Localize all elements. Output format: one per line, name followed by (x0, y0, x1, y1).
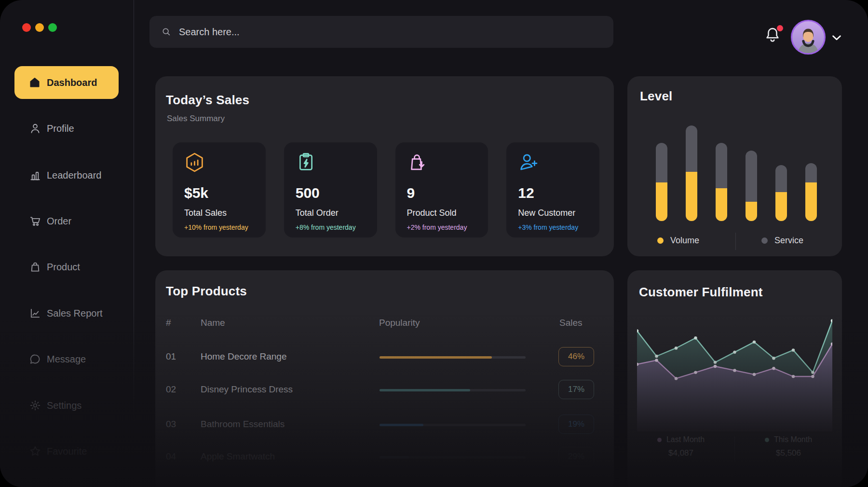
column-header-popularity: Popularity (379, 318, 420, 328)
close-button[interactable] (22, 23, 31, 32)
legend-dot (657, 438, 662, 442)
chat-icon (29, 353, 41, 365)
sales-card-title: Today’s Sales (166, 93, 249, 108)
data-point (675, 377, 678, 380)
stat-card-total-order: 500Total Order+8% from yesterday (284, 142, 377, 237)
top-products-card: Top Products # Name Popularity Sales 01H… (155, 270, 614, 487)
stat-change: +3% from yesterday (518, 223, 578, 231)
stat-label: Total Sales (184, 208, 227, 218)
sidebar-item-settings[interactable]: Settings (29, 396, 81, 415)
popularity-track (380, 456, 526, 459)
legend-label: Service (774, 236, 803, 246)
stat-label: Total Order (296, 208, 339, 218)
data-point (831, 319, 832, 322)
column-header-name: Name (201, 318, 225, 328)
level-bar-volume-fill (656, 182, 667, 221)
fulfilment-chart-wrap (637, 311, 832, 431)
stat-card-product-sold: 9Product Sold+2% from yesterday (395, 142, 488, 237)
row-number: 03 (166, 419, 176, 430)
popularity-fill (380, 424, 423, 426)
product-name: Bathroom Essentials (201, 419, 285, 430)
data-point (753, 340, 756, 343)
legend-divider (735, 233, 736, 250)
sales-badge: 46% (558, 347, 594, 366)
product-name: Home Decore Range (201, 351, 286, 362)
trend-icon (29, 307, 41, 320)
sidebar-item-label: Order (47, 216, 71, 227)
stat-change: +2% from yesterday (407, 223, 467, 231)
row-number: 04 (166, 451, 176, 462)
stat-row: $5kTotal Sales+10% from yesterday500Tota… (173, 142, 599, 237)
data-point (714, 361, 717, 363)
fulfilment-chart (637, 311, 832, 431)
table-row: 01Home Decore Range46% (155, 347, 599, 368)
data-point (733, 350, 736, 353)
window-controls (22, 23, 57, 32)
legend-item-last-month: Last Month$4,087 (627, 435, 734, 461)
bag-arrow-icon (406, 151, 429, 176)
bag-icon (29, 261, 41, 273)
level-bar-volume-fill (716, 188, 727, 221)
sidebar-item-product[interactable]: Product (29, 257, 80, 277)
sidebar-item-profile[interactable]: Profile (29, 119, 74, 138)
data-point (655, 355, 658, 358)
legend-dot (765, 438, 769, 442)
stat-label: New Customer (518, 208, 575, 218)
table-header: # Name Popularity Sales (155, 318, 599, 330)
table-row: 02Disney Princess Dress17% (155, 379, 599, 401)
legend-label: This Month (774, 435, 812, 444)
data-point (694, 336, 697, 339)
level-bar-volume-fill (746, 202, 757, 221)
level-bar-volume-fill (805, 182, 817, 221)
account-menu-button[interactable] (830, 32, 843, 46)
search-bar[interactable] (149, 16, 613, 48)
data-point (792, 375, 795, 378)
stat-change: +8% from yesterday (296, 223, 356, 231)
sidebar-item-label: Settings (47, 400, 81, 411)
level-bar (775, 165, 787, 221)
sidebar-item-favourite[interactable]: Favourite (29, 442, 87, 461)
sidebar-item-order[interactable]: Order (29, 211, 71, 231)
data-point (753, 373, 756, 376)
stat-value: 12 (518, 185, 534, 201)
level-bar (716, 143, 727, 221)
legend-label: Volume (670, 236, 699, 246)
sidebar-item-label: Product (47, 262, 80, 273)
minimize-button[interactable] (35, 23, 44, 32)
notification-badge (777, 25, 783, 31)
sales-badge: 29% (558, 447, 594, 466)
volume-dot (657, 237, 664, 244)
user-plus-icon (517, 151, 540, 176)
stat-value: 9 (407, 185, 415, 201)
level-legend: Volume Service (627, 232, 842, 253)
data-point (792, 348, 795, 351)
data-point (675, 347, 678, 349)
sidebar-item-label: Sales Report (47, 308, 103, 319)
sidebar-item-message[interactable]: Message (29, 349, 86, 369)
table-row: 04Apple Smartwatch29% (155, 446, 599, 468)
sidebar-item-leaderboard[interactable]: Leaderboard (29, 166, 101, 185)
clipboard-bolt-icon (295, 151, 317, 176)
sales-badge: 19% (558, 415, 594, 434)
hex-chart-icon (183, 151, 206, 176)
popularity-fill (380, 456, 409, 459)
legend-label: Last Month (666, 435, 705, 444)
row-number: 01 (166, 351, 176, 362)
sidebar-item-sales-report[interactable]: Sales Report (29, 304, 103, 323)
fulfilment-card-title: Customer Fulfilment (639, 285, 763, 300)
avatar[interactable] (791, 20, 826, 55)
customer-fulfilment-card: Customer Fulfilment Last Month$4,087This… (627, 270, 842, 487)
legend-item-this-month: This Month$5,506 (735, 435, 842, 461)
fulfilment-legend: Last Month$4,087This Month$5,506 (627, 435, 842, 461)
sidebar-item-dashboard[interactable]: Dashboard (14, 66, 119, 99)
stat-card-new-customer: 12New Customer+3% from yesterday (506, 142, 599, 237)
chevron-down-icon (830, 38, 843, 46)
search-input[interactable] (178, 26, 602, 38)
sidebar-item-label: Dashboard (47, 77, 97, 88)
notification-button[interactable] (764, 26, 782, 46)
sidebar: DashboardProfileLeaderboardOrderProductS… (0, 0, 134, 487)
maximize-button[interactable] (48, 23, 57, 32)
stat-value: 500 (296, 185, 320, 201)
sales-card-subtitle: Sales Summary (167, 114, 225, 124)
table-row: 03Bathroom Essentials19% (155, 414, 599, 435)
